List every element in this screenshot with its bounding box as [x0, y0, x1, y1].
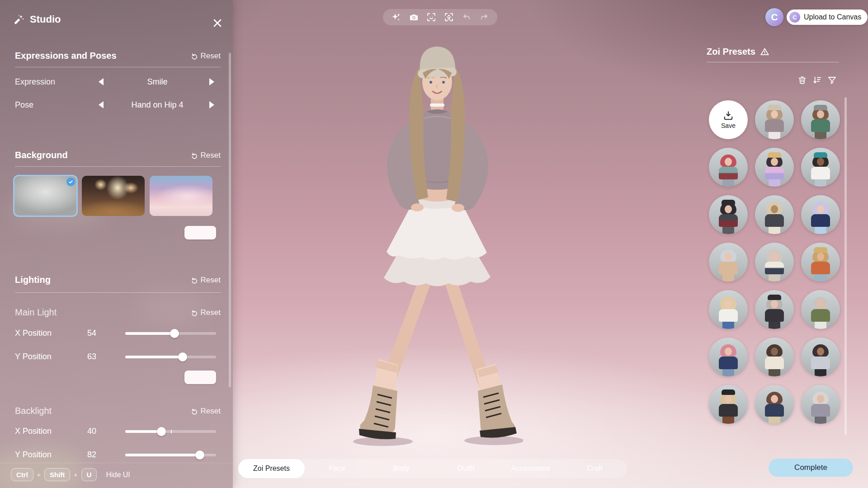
preset-avatar-10[interactable]: [755, 243, 794, 282]
pose-next-arrow[interactable]: [209, 101, 214, 108]
slider-knob[interactable]: [178, 352, 187, 361]
section-title: Background: [15, 150, 68, 160]
left-panel-scrollbar[interactable]: [229, 53, 231, 387]
slider-default-tick: [171, 430, 172, 433]
slider-label: X Position: [15, 427, 52, 436]
preset-avatar-5[interactable]: [801, 148, 840, 187]
slider-fill: [125, 332, 175, 335]
background-thumbnail-cozy-room[interactable]: [82, 176, 145, 216]
background-color-swatch[interactable]: [184, 226, 216, 239]
expressions-reset-button[interactable]: Reset: [191, 52, 221, 61]
lighting-section-header: Lighting Reset: [15, 275, 221, 285]
main-light-reset-button[interactable]: Reset: [191, 308, 221, 317]
preset-avatar-17[interactable]: [801, 338, 840, 376]
preset-avatar-8[interactable]: [801, 195, 840, 234]
backlight-y-slider[interactable]: [125, 450, 216, 460]
backlight-y-row: Y Position 82: [15, 448, 221, 462]
tab-body[interactable]: Body: [369, 459, 434, 478]
warning-icon[interactable]: [760, 47, 769, 56]
preset-avatar-20[interactable]: [801, 385, 840, 424]
upload-to-canvas-button[interactable]: C Upload to Canvas: [787, 9, 868, 25]
preset-avatar-4[interactable]: [755, 148, 794, 187]
expression-next-arrow[interactable]: [209, 78, 214, 85]
tab-zoi-presets[interactable]: Zoi Presets: [238, 459, 305, 478]
preset-avatar-11[interactable]: [801, 243, 840, 282]
tab-accessories[interactable]: Accessories: [498, 459, 563, 478]
ai-enhance-icon[interactable]: [391, 12, 401, 22]
section-title: Expressions and Poses: [15, 51, 117, 61]
divider: [0, 463, 233, 463]
page-title: Studio: [30, 14, 61, 25]
character-render: [351, 43, 523, 456]
save-preset-button[interactable]: Save: [709, 100, 748, 139]
presets-title: Zoi Presets: [707, 47, 755, 57]
preset-avatar-6[interactable]: [709, 195, 748, 234]
background-thumbnail-studio-gray[interactable]: [14, 176, 77, 216]
slider-knob[interactable]: [195, 450, 204, 460]
slider-value: 82: [78, 450, 105, 460]
slider-fill: [125, 356, 183, 358]
complete-button[interactable]: Complete: [769, 459, 853, 477]
slider-value: 40: [78, 427, 105, 436]
preset-avatar-15[interactable]: [709, 338, 748, 376]
main-light-color-swatch[interactable]: [184, 371, 216, 384]
tab-face[interactable]: Face: [305, 459, 369, 478]
preset-avatar-18[interactable]: [709, 385, 748, 424]
backlight-reset-button[interactable]: Reset: [191, 407, 221, 416]
panel-title: Studio: [14, 14, 61, 25]
preset-avatar-13[interactable]: [755, 290, 794, 329]
save-label: Save: [721, 122, 736, 129]
upload-button-label: Upload to Canvas: [804, 13, 861, 21]
presets-scrollbar[interactable]: [844, 97, 847, 435]
preset-avatar-19[interactable]: [755, 385, 794, 424]
key-u: U: [81, 468, 97, 481]
camera-icon[interactable]: [409, 12, 419, 22]
expression-label: Expression: [15, 77, 55, 87]
preset-avatar-14[interactable]: [801, 290, 840, 329]
expression-value: Smile: [110, 77, 205, 87]
main-light-y-slider[interactable]: [125, 352, 216, 362]
filter-icon[interactable]: [827, 75, 837, 85]
slider-value: 63: [78, 352, 105, 361]
backlight-x-slider[interactable]: [125, 427, 216, 436]
main-light-y-row: Y Position 63: [15, 350, 221, 364]
preset-avatar-7[interactable]: [755, 195, 794, 234]
main-light-x-slider[interactable]: [125, 328, 216, 338]
selected-check-icon: [66, 178, 75, 186]
main-light-x-row: X Position 54: [15, 327, 221, 340]
slider-label: Y Position: [15, 352, 52, 361]
preset-avatar-1[interactable]: [755, 100, 794, 139]
background-thumbnail-pink-sky[interactable]: [150, 176, 212, 216]
magic-wand-icon: [14, 14, 24, 25]
delete-icon[interactable]: [797, 75, 807, 85]
tab-craft[interactable]: Craft: [562, 459, 627, 478]
slider-knob[interactable]: [170, 329, 179, 338]
close-icon[interactable]: [211, 16, 224, 30]
undo-icon[interactable]: [462, 12, 472, 22]
left-panel: Studio Expressions and Poses Reset Expre…: [0, 0, 233, 488]
app-logo-button[interactable]: C: [765, 8, 783, 26]
sort-icon[interactable]: [812, 75, 822, 85]
background-reset-button[interactable]: Reset: [191, 151, 221, 160]
slider-knob[interactable]: [157, 427, 166, 436]
lighting-reset-button[interactable]: Reset: [191, 276, 221, 285]
tab-outfit[interactable]: Outfit: [434, 459, 498, 478]
pose-prev-arrow[interactable]: [99, 101, 104, 108]
preset-avatar-2[interactable]: [801, 100, 840, 139]
bottom-tab-bar: Zoi PresetsFaceBodyOutfitAccessoriesCraf…: [238, 459, 627, 478]
presets-panel-header: Zoi Presets: [707, 47, 769, 57]
preset-avatar-9[interactable]: [709, 243, 748, 282]
face-scan-icon[interactable]: [426, 12, 436, 22]
preset-avatar-16[interactable]: [755, 338, 794, 376]
slider-fill: [125, 454, 200, 456]
body-scan-icon[interactable]: [444, 12, 454, 22]
plus-sign: +: [74, 471, 77, 479]
expression-row: Expression Smile: [15, 75, 221, 89]
expression-prev-arrow[interactable]: [99, 78, 104, 85]
preset-avatar-3[interactable]: [709, 148, 748, 187]
redo-icon[interactable]: [479, 12, 489, 22]
canvas-logo-icon: C: [789, 12, 800, 23]
presets-toolbar: [797, 75, 837, 85]
slider-label: X Position: [15, 328, 52, 338]
preset-avatar-12[interactable]: [709, 290, 748, 329]
